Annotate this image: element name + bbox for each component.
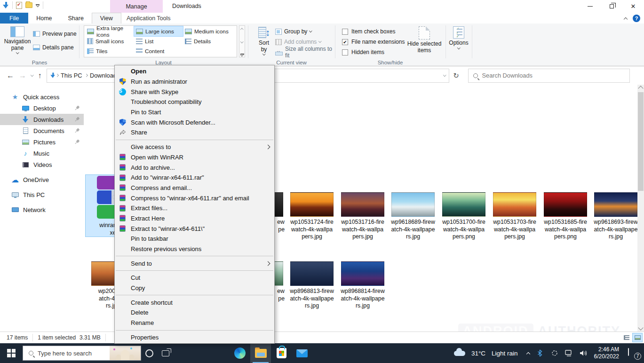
menu-item-copy[interactable]: Copy — [115, 283, 274, 293]
menu-item-open[interactable]: Open — [115, 66, 274, 77]
customize-qat-icon[interactable] — [36, 4, 40, 6]
forward-button[interactable]: → — [19, 71, 26, 80]
new-folder-qat-icon[interactable] — [25, 2, 32, 8]
search-highlight-image[interactable] — [110, 346, 141, 360]
restore-button[interactable] — [601, 0, 622, 13]
start-button[interactable] — [0, 343, 23, 363]
menu-item-scan-with-microsoft-defender[interactable]: Scan with Microsoft Defender... — [115, 117, 274, 127]
scroll-down-icon[interactable] — [240, 40, 243, 43]
tab-home[interactable]: Home — [28, 13, 60, 24]
store-taskbar-button[interactable] — [271, 343, 292, 363]
scroll-down-icon[interactable] — [638, 325, 643, 330]
tab-application-tools[interactable]: Application Tools — [122, 13, 175, 24]
menu-item-troubleshoot-compatibility[interactable]: Troubleshoot compatibility — [115, 97, 274, 107]
file-tile-11-wp8968813-firew[interactable]: wp8968813-firew atch-4k-wallpape rs.jpg — [288, 260, 336, 310]
menu-item-delete[interactable]: Delete — [115, 308, 274, 318]
menu-item-restore-previous-versions[interactable]: Restore previous versions — [115, 244, 274, 254]
check-file-name-extensions[interactable]: ✔File name extensions — [342, 37, 405, 47]
menu-item-rename[interactable]: Rename — [115, 318, 274, 328]
bluetooth-icon[interactable] — [536, 349, 544, 357]
check-item-check-boxes[interactable]: Item check boxes — [342, 26, 405, 37]
scroll-up-icon[interactable] — [638, 86, 643, 91]
menu-item-add-to-archive[interactable]: Add to archive... — [115, 162, 274, 173]
cortana-button[interactable] — [141, 343, 157, 363]
layout-option-large-icons[interactable]: Large icons — [134, 26, 183, 36]
gallery-more-icon[interactable] — [240, 54, 244, 55]
taskbar-search[interactable]: Type here to search — [23, 346, 141, 361]
check-hidden-items[interactable]: Hidden items — [342, 47, 405, 57]
details-view-toggle[interactable] — [622, 333, 631, 342]
menu-item-pin-to-start[interactable]: Pin to Start — [115, 107, 274, 118]
sort-by-button[interactable]: ↕ Sort by — [254, 26, 274, 55]
vertical-scrollbar[interactable] — [637, 85, 644, 331]
menu-item-run-as-administrator[interactable]: Run as administrator — [115, 77, 274, 87]
collapse-ribbon-icon[interactable] — [624, 17, 628, 21]
menu-item-create-shortcut[interactable]: Create shortcut — [115, 297, 274, 308]
size-all-columns-button[interactable]: Size all columns to fit — [275, 48, 335, 56]
help-icon[interactable]: ? — [633, 15, 640, 22]
file-tile-3-wp10531716-fire[interactable]: wp10531716-fire watch-4k-wallpa pers.jpg — [339, 190, 387, 241]
minimize-button[interactable] — [579, 0, 601, 13]
file-tile-4-wp9618689-firew[interactable]: wp9618689-firew atch-4k-wallpape rs.jpg — [389, 190, 437, 241]
up-button[interactable]: ↑ — [38, 71, 42, 80]
checkbox-icon[interactable] — [342, 49, 348, 55]
file-tile-7-wp10531685-fire[interactable]: wp10531685-fire watch-4k-wallpa pers.png — [541, 190, 589, 241]
menu-item-compress-and-email[interactable]: Compress and email... — [115, 183, 274, 193]
address-dropdown-icon[interactable] — [443, 73, 446, 76]
menu-item-pin-to-taskbar[interactable]: Pin to taskbar — [115, 234, 274, 244]
hide-selected-items-button[interactable]: Hide selected items — [406, 26, 442, 54]
menu-item-share-with-skype[interactable]: SShare with Skype — [115, 87, 274, 97]
file-explorer-taskbar-button[interactable] — [250, 343, 271, 363]
taskbar-clock[interactable]: 2:46 AM 6/20/2022 — [594, 346, 619, 360]
menu-item-cut[interactable]: Cut — [115, 273, 274, 283]
recent-locations-icon[interactable] — [31, 73, 33, 76]
menu-item-add-to-winrar-x64-611-rar[interactable]: Add to "winrar-x64-611.rar" — [115, 173, 274, 183]
layout-gallery-scrollbar[interactable] — [239, 25, 245, 57]
edge-taskbar-button[interactable] — [230, 343, 250, 363]
tab-share[interactable]: Share — [60, 13, 92, 24]
menu-item-properties[interactable]: Properties — [115, 332, 274, 343]
menu-item-share[interactable]: Share — [115, 127, 274, 138]
checkbox-icon[interactable]: ✔ — [342, 39, 348, 45]
menu-item-extract-files[interactable]: Extract files... — [115, 203, 274, 213]
volume-icon[interactable] — [580, 349, 588, 357]
options-button[interactable]: Options — [447, 26, 470, 48]
show-hidden-icons-button[interactable] — [526, 352, 530, 355]
tab-view[interactable]: View — [92, 13, 121, 24]
thumbnail-view-toggle[interactable] — [633, 333, 642, 342]
preview-pane-button[interactable]: Preview pane — [33, 30, 77, 38]
back-button[interactable]: ← — [7, 71, 14, 80]
layout-option-content[interactable]: Content — [134, 47, 183, 56]
refresh-button[interactable]: ↻ — [449, 69, 463, 83]
checkbox-icon[interactable] — [342, 29, 348, 35]
close-button[interactable]: ✕ — [622, 0, 644, 13]
navigation-pane-button[interactable]: Navigation pane — [4, 26, 31, 54]
menu-item-extract-here[interactable]: Extract Here — [115, 213, 274, 224]
properties-qat-icon[interactable] — [16, 2, 22, 9]
action-center-button[interactable]: 7 — [628, 348, 639, 358]
layout-option-medium-icons[interactable]: Medium icons — [183, 26, 235, 36]
file-tile-8-wp9618693-firew[interactable]: wp9618693-firew atch-4k-wallpape rs.jpg — [592, 190, 640, 241]
breadcrumb-this-pc[interactable]: This PC — [58, 72, 85, 79]
file-tile-6-wp10531703-fire[interactable]: wp10531703-fire watch-4k-wallpa pers.jpg — [491, 190, 539, 241]
group-by-button[interactable]: Group by — [275, 27, 312, 36]
weather-temperature[interactable]: 31°C — [471, 350, 485, 357]
layout-option-tiles[interactable]: Tiles — [85, 47, 134, 56]
layout-option-list[interactable]: List — [134, 36, 183, 46]
layout-option-extra-large-icons[interactable]: Extra large icons — [85, 26, 134, 36]
layout-option-small-icons[interactable]: Small icons — [85, 36, 134, 46]
file-tile-5-wp10531700-fire[interactable]: wp10531700-fire watch-4k-wallpa pers.png — [440, 190, 488, 241]
search-box[interactable]: Search Downloads — [468, 69, 630, 83]
menu-item-extract-to-winrar-x64-611[interactable]: Extract to "winrar-x64-611\" — [115, 223, 274, 234]
file-tile-2-wp10531724-fire[interactable]: wp10531724-fire watch-4k-wallpa pers.jpg — [288, 190, 336, 241]
task-view-button[interactable] — [157, 343, 174, 363]
mail-taskbar-button[interactable] — [292, 343, 312, 363]
scroll-up-icon[interactable] — [240, 28, 243, 31]
menu-item-open-with-winrar[interactable]: Open with WinRAR — [115, 152, 274, 163]
tab-file[interactable]: File — [0, 13, 28, 24]
file-tile-12-wp8968814-firew[interactable]: wp8968814-firew atch-4k-wallpape rs.jpg — [339, 260, 387, 310]
screen-clip-icon[interactable] — [550, 349, 559, 357]
network-icon[interactable] — [565, 349, 573, 357]
layout-option-details[interactable]: Details — [183, 36, 235, 46]
weather-condition[interactable]: Light rain — [492, 350, 518, 357]
